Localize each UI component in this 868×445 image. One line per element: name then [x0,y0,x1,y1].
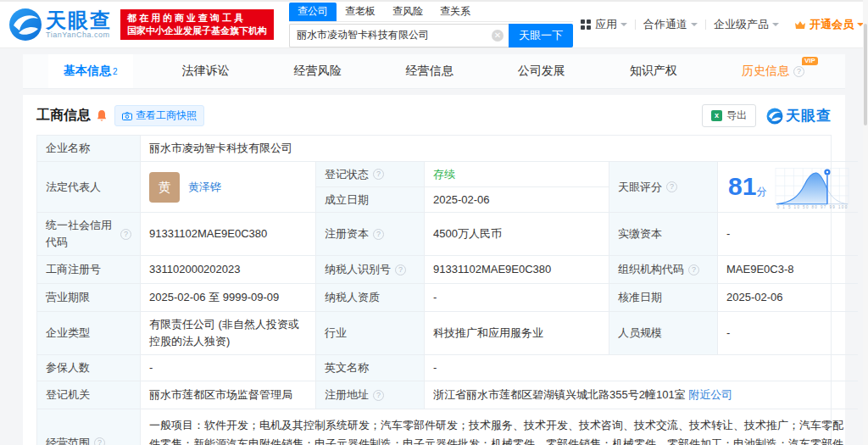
field-label: 实缴资本 [609,213,718,256]
industry-value: 科技推广和应用服务业 [425,312,609,355]
info-icon[interactable] [793,66,804,77]
score-distribution-chart: 0 1 5 10 50 80 97 99 100 [773,165,851,209]
tab-label: 知识产权 [630,64,677,79]
slogan-line1: 都在用的商业查询工具 [127,12,267,25]
chevron-down-icon [691,23,698,30]
nav-open-vip[interactable]: 开通会员 [787,17,868,32]
legal-rep-avatar[interactable]: 黄 [149,172,180,203]
taxpayer-id-value: 91331102MAE9E0C380 [425,256,609,284]
business-info-card: 工商信息 查看工商快照 导出 天眼 [23,95,845,445]
tab-intellectual-property[interactable]: 知识产权 [615,54,693,88]
registration-status-value: 存续 [425,162,609,187]
tab-label: 经营信息 [406,64,453,79]
tab-history-info[interactable]: 历史信息 VIP [726,54,820,88]
search-tab-relation[interactable]: 查关系 [431,3,479,21]
tianyan-score-cell: 81分 [718,162,858,213]
field-label: 英文名称 [316,355,425,381]
slogan-line2: 国家中小企业发展子基金旗下机构 [127,25,267,37]
score-value: 81 [728,172,756,200]
field-label: 登记机关 [37,381,141,409]
brand-name: 天眼查 [46,10,112,31]
registered-address-value: 浙江省丽水市莲都区碧湖镇兴城北路355号2幢101室 附近公司 [425,381,858,409]
business-info-table: 企业名称 丽水市凌动智卡科技有限公司 法定代表人 黄 黄泽铧 登记状态 存续 成… [36,135,832,445]
nav-cooperation[interactable]: 合作通道 [636,17,705,32]
nearby-companies-link[interactable]: 附近公司 [688,387,732,403]
legal-rep-link[interactable]: 黄泽铧 [188,179,221,196]
field-label: 纳税人资质 [316,284,425,312]
field-label: 行业 [316,312,425,355]
page-scrollbar[interactable] [863,0,868,445]
registration-authority-value: 丽水市莲都区市场监督管理局 [141,381,316,409]
tab-label: 经营风险 [294,64,342,79]
establish-date-value: 2025-02-06 [425,187,609,213]
vip-badge: VIP [802,57,818,65]
info-icon[interactable] [120,229,131,240]
brand-domain: TianYanCha.com [46,31,112,39]
search-tab-risk[interactable]: 查风险 [384,3,431,21]
info-icon[interactable] [373,169,384,180]
info-icon[interactable] [666,181,677,192]
info-icon[interactable] [373,390,384,401]
field-label: 企业类型 [37,312,141,355]
registered-capital-value: 4500万人民币 [425,213,609,256]
nav-enterprise-products[interactable]: 企业级产品 [706,17,787,32]
search-input[interactable] [289,24,509,47]
company-name-value: 丽水市凌动智卡科技有限公司 [141,136,858,162]
info-icon[interactable] [688,264,699,275]
scrollbar-thumb[interactable] [864,24,867,125]
search-area: 查公司 查老板 查风险 查关系 ✕ 天眼一下 [289,3,573,47]
search-tab-company[interactable]: 查公司 [289,3,337,21]
tab-label: 法律诉讼 [182,64,230,79]
tab-legal-proceedings[interactable]: 法律诉讼 [167,54,245,88]
nav-apps[interactable]: 应用 [573,17,635,32]
english-name-value: - [425,355,858,381]
score-unit: 分 [756,186,766,197]
field-label: 参保人数 [37,355,141,381]
camera-icon [122,112,132,120]
search-button[interactable]: 天眼一下 [509,24,573,47]
business-term-value: 2025-02-06 至 9999-09-09 [141,284,316,312]
search-tab-boss[interactable]: 查老板 [337,3,384,21]
clear-search-icon[interactable]: ✕ [492,30,504,42]
view-business-snapshot-button[interactable]: 查看工商快照 [114,105,204,126]
field-label: 登记状态 [316,162,425,187]
brand-slogan-badge: 都在用的商业查询工具 国家中小企业发展子基金旗下机构 [120,9,274,40]
tab-label: 公司发展 [518,64,565,79]
legal-representative-cell: 黄 黄泽铧 [141,162,316,213]
taxpayer-qualification-value: - [425,284,609,312]
chevron-down-icon [620,23,627,30]
tab-company-development[interactable]: 公司发展 [503,54,581,88]
tab-label: 基本信息 [64,64,111,79]
company-tabbar: 基本信息 2 法律诉讼 经营风险 经营信息 公司发展 知识产权 历史信息 VIP [23,54,845,89]
registration-number-value: 331102000202023 [141,256,316,284]
subscribe-bell-icon[interactable] [96,109,108,123]
tab-basic-info[interactable]: 基本信息 2 [48,54,133,88]
field-label: 法定代表人 [37,162,141,213]
tab-label: 历史信息 [742,64,789,79]
info-icon[interactable] [373,229,384,240]
field-label: 核准日期 [609,284,718,312]
score-axis-labels: 0 1 5 10 50 80 97 99 100 [777,205,848,209]
field-label: 企业名称 [37,136,141,162]
field-label: 人员规模 [609,312,718,355]
crown-icon [794,20,806,30]
field-label: 组织机构代码 [609,256,718,284]
tab-operating-risk[interactable]: 经营风险 [279,54,357,88]
top-nav: 应用 合作通道 企业级产品 开通会员 费米 [573,16,868,33]
field-label: 注册地址 [316,381,425,409]
tab-business-info[interactable]: 经营信息 [391,54,469,88]
export-button[interactable]: 导出 [702,104,756,127]
tab-count-badge: 2 [113,67,118,76]
snapshot-button-label: 查看工商快照 [136,108,197,123]
insured-count-value: - [141,355,316,381]
info-icon[interactable] [395,264,406,275]
info-icon[interactable] [94,437,105,445]
paid-in-capital-value: - [718,213,858,256]
field-label: 纳税人识别号 [316,256,425,284]
field-label: 营业期限 [37,284,141,312]
export-button-label: 导出 [726,108,747,123]
apps-grid-icon [581,19,591,30]
tianyancha-logo[interactable]: 天眼查 TianYanCha.com [8,8,112,42]
business-scope-value: 一般项目：软件开发；电机及其控制系统研发；汽车零部件研发；技术服务、技术开发、技… [141,409,858,445]
field-label: 注册资本 [316,213,425,256]
